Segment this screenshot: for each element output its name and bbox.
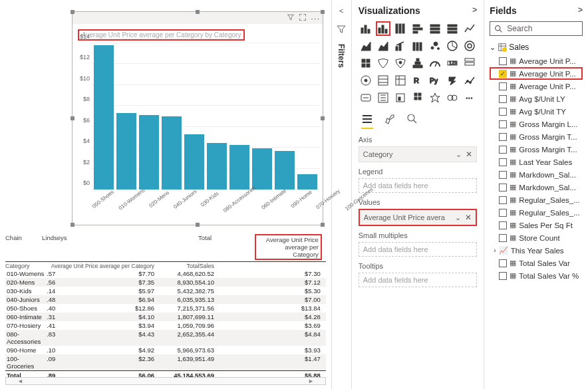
table-row[interactable]: 060-Intimate.31$4.101,807,699.11$4.28 (5, 313, 326, 321)
viz-type-icon[interactable] (359, 73, 373, 88)
viz-type-icon[interactable]: Py (428, 73, 442, 88)
chart-bar[interactable] (139, 115, 159, 190)
resize-handle[interactable] (196, 10, 200, 14)
table-header-chain[interactable]: Chain (5, 234, 42, 260)
field-checkbox[interactable] (499, 196, 507, 204)
field-checkbox[interactable] (499, 171, 507, 179)
field-item[interactable]: ▦Gross Margin L... (490, 118, 583, 130)
viz-type-icon[interactable] (376, 21, 390, 36)
field-item[interactable]: ▦Average Unit P... (490, 80, 583, 92)
viz-type-icon[interactable] (462, 39, 477, 53)
small-multiples-well[interactable]: Add data fields here (359, 242, 478, 257)
viz-type-icon[interactable] (428, 39, 442, 53)
table-row[interactable]: 080-Accessories.83$4.432,652,355.44$4.84 (5, 330, 326, 346)
viz-type-icon[interactable] (428, 90, 442, 105)
viz-type-icon[interactable] (410, 90, 425, 105)
field-item[interactable]: ▦Gross Margin T... (490, 130, 583, 143)
field-checkbox[interactable] (499, 158, 507, 166)
table-subheader-category[interactable]: Category (5, 263, 47, 269)
viz-type-icon[interactable] (359, 21, 373, 36)
chart-bar[interactable] (184, 134, 204, 190)
viz-type-icon[interactable] (445, 39, 460, 53)
resize-handle[interactable] (321, 10, 325, 14)
field-item[interactable]: ▦Gross Margin T... (490, 143, 583, 156)
report-canvas[interactable]: ··· Average Unit Price average per Categ… (0, 0, 332, 389)
viz-type-icon[interactable] (462, 73, 477, 88)
viz-type-icon[interactable] (376, 39, 390, 53)
viz-type-icon[interactable] (462, 56, 477, 70)
chart-bar[interactable] (252, 148, 272, 190)
table-row[interactable]: 020-Mens.56$7.358,930,554.10$7.12 (5, 278, 326, 287)
collapse-fields-icon[interactable]: > (578, 5, 583, 16)
field-checkbox[interactable] (499, 234, 507, 242)
field-item[interactable]: ▦Regular_Sales_... (490, 194, 583, 206)
table-row[interactable]: 010-Womens.57$7.704,468,620.52$7.30 (5, 269, 326, 278)
field-checkbox[interactable] (499, 82, 507, 90)
remove-field-icon[interactable]: ✕ (465, 213, 472, 222)
chart-bar[interactable] (229, 145, 249, 190)
viz-type-icon[interactable] (410, 56, 425, 70)
table-row[interactable]: 040-Juniors.48$6.946,035,935.13$7.00 (5, 295, 326, 304)
resize-handle[interactable] (321, 223, 325, 227)
more-options-icon[interactable]: ··· (311, 13, 320, 23)
viz-type-icon[interactable]: 123 (445, 56, 460, 70)
table-header-lindseys[interactable]: Lindseys (42, 234, 198, 241)
collapse-viz-icon[interactable]: > (472, 5, 477, 16)
field-checkbox[interactable] (499, 57, 507, 65)
field-checkbox[interactable] (499, 95, 507, 103)
table-subheader-totalsales[interactable]: TotalSales (161, 263, 222, 269)
field-checkbox[interactable] (499, 209, 507, 217)
fields-search-input[interactable]: Search (490, 21, 583, 36)
chart-bar[interactable] (207, 143, 227, 190)
chart-visual[interactable]: ··· Average Unit Price average per Categ… (72, 11, 323, 225)
resize-handle[interactable] (196, 223, 200, 227)
field-item[interactable]: ▦Last Year Sales (490, 156, 583, 168)
field-item[interactable]: ▦Avg $/Unit LY (490, 92, 583, 105)
focus-mode-icon[interactable] (299, 13, 307, 23)
viz-type-icon[interactable] (393, 90, 408, 105)
analytics-tab-icon[interactable] (406, 113, 418, 129)
field-item-this-year-sales[interactable]: › 📈 This Year Sales (490, 244, 583, 257)
field-checkbox[interactable] (499, 133, 507, 141)
filter-icon[interactable] (287, 13, 295, 23)
horizontal-scrollbar[interactable]: ◄ ► (5, 377, 326, 385)
chart-bar[interactable] (94, 45, 114, 190)
field-item[interactable]: ▦Avg $/Unit TY (490, 105, 583, 118)
table-row[interactable]: 070-Hosiery.41$3.941,059,709.96$3.69 (5, 321, 326, 330)
field-checkbox[interactable] (499, 120, 507, 128)
tooltips-well[interactable]: Add data fields here (359, 273, 478, 287)
viz-type-icon[interactable] (428, 56, 442, 70)
table-row[interactable]: 100-Groceries.09$2.361,639,951.49$1.47 (5, 354, 326, 370)
field-checkbox[interactable] (499, 108, 507, 116)
field-checkbox[interactable] (499, 146, 507, 154)
viz-type-icon[interactable] (410, 21, 425, 36)
field-item[interactable]: ▦Average Unit P... (490, 55, 583, 67)
chart-bar[interactable] (297, 174, 317, 190)
table-row[interactable]: 030-Kids.14$5.975,432,382.75$5.30 (5, 287, 326, 295)
viz-type-icon[interactable] (376, 73, 390, 88)
axis-well[interactable]: Category ⌄✕ (359, 146, 478, 162)
field-checkbox[interactable]: ✓ (499, 70, 507, 78)
field-item[interactable]: ▦Markdown_Sal... (490, 181, 583, 194)
field-item[interactable]: ▦Sales Per Sq Ft (490, 219, 583, 231)
viz-type-icon[interactable]: R (410, 73, 425, 88)
viz-type-icon[interactable] (393, 39, 408, 53)
viz-type-icon[interactable] (376, 90, 390, 105)
format-tab-icon[interactable] (384, 113, 396, 129)
chevron-down-icon[interactable]: ⌄ (455, 213, 461, 221)
viz-type-icon[interactable] (445, 90, 460, 105)
fields-tab-icon[interactable] (361, 113, 373, 129)
field-item[interactable]: ▦Total Sales Var % (490, 269, 583, 282)
field-item[interactable]: ▦Total Sales Var (490, 257, 583, 269)
field-checkbox[interactable] (499, 221, 507, 229)
viz-type-icon[interactable]: ··· (462, 90, 477, 105)
resize-handle[interactable] (71, 10, 74, 14)
field-checkbox[interactable] (499, 259, 507, 267)
field-checkbox[interactable] (499, 184, 507, 192)
viz-type-icon[interactable] (410, 39, 425, 53)
viz-type-icon[interactable] (376, 56, 390, 70)
field-item[interactable]: ▦Regular_Sales_... (490, 206, 583, 219)
table-row[interactable]: 050-Shoes.40$12.867,215,371.56$13.84 (5, 304, 326, 313)
chevron-down-icon[interactable]: ⌄ (456, 150, 462, 158)
viz-type-icon[interactable] (393, 73, 408, 88)
